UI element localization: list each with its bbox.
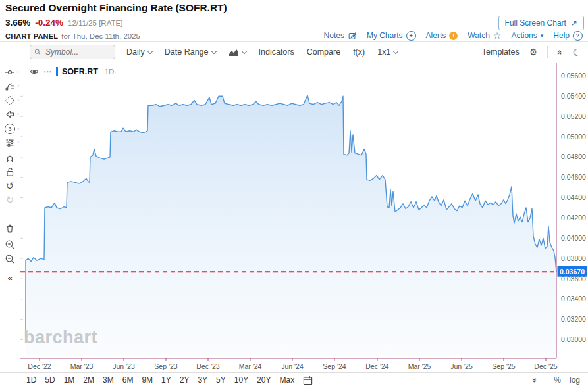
y-axis-label: 0.04200 (561, 214, 586, 222)
x-axis-label: Mar '25 (408, 362, 431, 370)
y-axis-label: 0.03800 (561, 255, 586, 262)
y-axis-label: 0.04800 (561, 153, 586, 160)
bottom-separator (545, 374, 545, 386)
x-axis-label: Dec '25 (534, 362, 557, 370)
x-axis-label: Sep '24 (323, 362, 346, 370)
range-button-10y[interactable]: 10Y (234, 376, 248, 385)
range-button-9m[interactable]: 9M (142, 376, 153, 385)
ellipsis-menu-icon[interactable]: ⋯ (43, 67, 52, 76)
last-price-axis-label: 0.03670 (560, 268, 585, 276)
range-button-6m[interactable]: 6M (122, 376, 134, 385)
scale-controls: « % log (531, 374, 580, 386)
x-axis-label: Mar '24 (239, 362, 262, 370)
eye-icon[interactable] (29, 67, 40, 76)
barchart-chart-page: { "header": { "title": "Secured Overnigh… (0, 0, 588, 388)
x-axis-label: Jun '25 (450, 362, 473, 370)
y-axis-label: 0.04400 (561, 193, 586, 201)
range-button-2y[interactable]: 2Y (180, 376, 190, 385)
y-axis-label: 0.05000 (561, 133, 586, 141)
percent-scale-button[interactable]: % (554, 376, 561, 385)
calendar-icon[interactable] (303, 376, 313, 385)
x-axis-label: Dec '23 (196, 362, 219, 370)
y-axis-label: 0.05400 (561, 92, 586, 100)
x-axis-label: Sep '25 (492, 362, 515, 370)
x-axis-label: Sep '23 (154, 362, 177, 370)
series-color-bar (56, 67, 58, 76)
range-button-3y[interactable]: 3Y (198, 376, 207, 385)
legend-symbol[interactable]: SOFR.RT (62, 67, 98, 76)
range-button-3m[interactable]: 3M (103, 376, 114, 385)
y-axis-label: 0.05600 (561, 72, 586, 80)
x-axis-label: Jun '23 (113, 362, 135, 370)
y-axis-label: 0.05200 (561, 112, 586, 120)
range-button-20y[interactable]: 20Y (257, 376, 271, 385)
y-axis-label: 0.04000 (561, 234, 586, 242)
y-axis-label: 0.03000 (561, 335, 586, 343)
double-chevron-down-icon[interactable]: « (529, 377, 539, 382)
x-axis-label: Jun '24 (281, 362, 304, 370)
x-axis-label: Dec '24 (365, 362, 388, 370)
series-area (26, 95, 556, 356)
range-button-1m[interactable]: 1M (64, 376, 75, 385)
y-axis-label: 0.04600 (561, 173, 586, 181)
x-axis-label: Dec '22 (28, 362, 51, 370)
range-toolbar: 1D5D1M2M3M6M9M1Y2Y3Y5Y10Y20YMax « % log (0, 372, 588, 387)
range-button-2m[interactable]: 2M (83, 376, 94, 385)
range-button-5y[interactable]: 5Y (216, 376, 226, 385)
range-button-max[interactable]: Max (280, 376, 295, 385)
range-button-1y[interactable]: 1Y (161, 376, 171, 385)
legend-period: ·1D· (102, 68, 117, 76)
range-buttons: 1D5D1M2M3M6M9M1Y2Y3Y5Y10Y20YMax (26, 376, 303, 385)
log-scale-button[interactable]: log (570, 376, 580, 385)
y-axis-label: 0.03200 (561, 315, 586, 323)
x-axis-label: Mar '23 (70, 362, 94, 370)
y-axis-label: 0.03400 (561, 295, 586, 303)
chart-legend: ⋯ SOFR.RT ·1D· (29, 67, 117, 76)
barchart-watermark: barchart (24, 327, 97, 348)
range-button-1d[interactable]: 1D (26, 376, 36, 385)
range-button-5d[interactable]: 5D (45, 376, 55, 385)
